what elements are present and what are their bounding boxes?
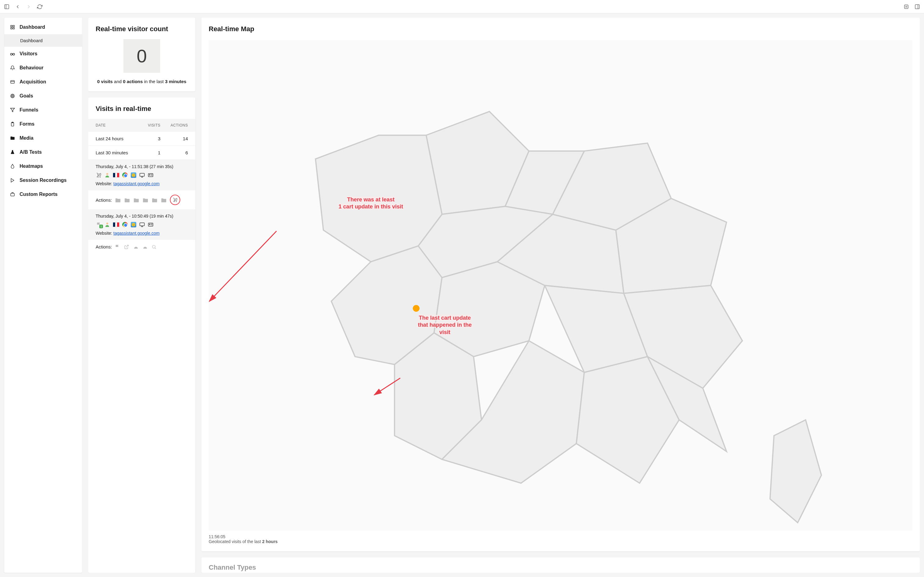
sidebar-toggle-icon[interactable] xyxy=(4,4,10,10)
action-download-icon[interactable] xyxy=(142,245,148,249)
action-folder-icon[interactable] xyxy=(151,197,158,202)
svg-marker-19 xyxy=(10,108,14,112)
visitor-person-icon xyxy=(104,172,110,178)
svg-point-43 xyxy=(150,224,150,225)
website-link[interactable]: tagassistant.google.com xyxy=(113,231,159,235)
card-title: Channel Types xyxy=(209,564,913,572)
svg-marker-22 xyxy=(11,179,14,182)
svg-point-38 xyxy=(106,222,108,224)
action-folder-icon[interactable] xyxy=(142,197,148,202)
map-footer: 11:56:05 Geolocated visits of the last 2… xyxy=(209,534,913,544)
suitcase-icon xyxy=(10,192,15,197)
reload-icon[interactable] xyxy=(37,4,43,10)
sidebar-item-media[interactable]: Media xyxy=(4,131,82,145)
sidebar-item-label: Custom Reports xyxy=(19,192,58,197)
target-icon xyxy=(10,93,15,99)
funnel-icon xyxy=(10,107,15,113)
card-title: Visits in real-time xyxy=(88,105,195,113)
map-france xyxy=(209,40,913,530)
channel-types-card: Channel Types xyxy=(201,558,920,573)
share-icon[interactable] xyxy=(903,4,910,10)
sidebar-item-visitors[interactable]: Visitors xyxy=(4,47,82,61)
sidebar-item-funnels[interactable]: Funnels xyxy=(4,103,82,117)
desktop-icon xyxy=(139,172,145,178)
sidebar-item-label: Heatmaps xyxy=(19,163,43,169)
svg-rect-28 xyxy=(140,173,145,176)
visitor-count-card: Real-time visitor count 0 0 visits and 0… xyxy=(88,18,195,91)
clipboard-icon xyxy=(10,121,15,127)
sidebar-item-heatmaps[interactable]: Heatmaps xyxy=(4,159,82,173)
action-folder-icon[interactable] xyxy=(161,197,167,202)
action-flag-icon[interactable] xyxy=(115,245,121,249)
visit-entry[interactable]: Thursday, July 4, - 11:51:38 (27 min 35s… xyxy=(88,160,195,190)
tabs-icon[interactable] xyxy=(914,4,920,10)
svg-rect-2 xyxy=(905,5,908,8)
play-icon xyxy=(10,177,15,183)
sidebar-item-label: A/B Tests xyxy=(19,150,42,155)
svg-rect-5 xyxy=(915,5,919,9)
drop-icon xyxy=(10,163,15,169)
cart-update-circled-icon[interactable] xyxy=(170,195,180,205)
visit-actions-row: Actions: xyxy=(88,190,195,210)
visit-timestamp: Thursday, July 4, - 11:51:38 (27 min 35s… xyxy=(96,164,188,169)
realtime-map-card: Real-time Map xyxy=(201,18,920,551)
svg-line-47 xyxy=(155,248,156,248)
sidebar-item-label: Dashboard xyxy=(19,24,45,30)
visit-actions-row: Actions: xyxy=(88,240,195,254)
annotation-arrow-2 xyxy=(370,375,406,400)
forward-icon[interactable] xyxy=(26,4,32,10)
visits-realtime-card: Visits in real-time DATE VISITS ACTIONS … xyxy=(88,97,195,573)
sidebar-item-goals[interactable]: Goals xyxy=(4,89,82,103)
svg-line-49 xyxy=(209,231,277,301)
sidebar-item-label: Media xyxy=(19,135,33,141)
sidebar-item-dashboard[interactable]: Dashboard xyxy=(4,20,82,34)
sidebar-item-behaviour[interactable]: Behaviour xyxy=(4,61,82,75)
back-icon[interactable] xyxy=(14,4,21,10)
action-folder-icon[interactable] xyxy=(133,197,139,202)
sidebar: Dashboard Dashboard Visitors Behaviour A… xyxy=(4,18,82,573)
folder-icon xyxy=(10,135,15,141)
sidebar-item-custom-reports[interactable]: Custom Reports xyxy=(4,187,82,201)
action-external-icon[interactable] xyxy=(124,245,130,249)
svg-point-25 xyxy=(100,177,100,177)
card-title: Real-time visitor count xyxy=(96,25,188,33)
svg-rect-10 xyxy=(13,27,14,29)
visitor-count-value: 0 xyxy=(124,39,160,73)
action-download-icon[interactable] xyxy=(133,245,139,249)
action-folder-icon[interactable] xyxy=(124,197,130,202)
svg-rect-7 xyxy=(11,25,12,27)
sidebar-item-label: Acquisition xyxy=(19,79,46,85)
map-container[interactable] xyxy=(209,40,913,530)
action-search-icon[interactable] xyxy=(151,245,158,249)
visit-entry[interactable]: Thursday, July 4, - 10:50:49 (19 min 47s… xyxy=(88,210,195,240)
sidebar-item-recordings[interactable]: Session Recordings xyxy=(4,173,82,187)
bell-icon xyxy=(10,65,15,71)
visit-icon-row: 🙂 xyxy=(96,172,188,178)
macos-icon: 🙂 xyxy=(130,172,137,178)
sidebar-subitem-dashboard[interactable]: Dashboard xyxy=(4,34,82,47)
annotation-cart-visit: There was at least 1 cart update in this… xyxy=(333,196,409,211)
profile-card-icon xyxy=(148,222,154,228)
card-title: Real-time Map xyxy=(209,25,913,33)
visitor-person-icon xyxy=(104,222,110,228)
macos-icon: 🙂 xyxy=(130,222,137,228)
svg-rect-8 xyxy=(13,25,14,27)
cart-strike-icon xyxy=(96,172,102,178)
flag-badge-icon xyxy=(96,222,102,228)
sidebar-item-abtests[interactable]: A/B Tests xyxy=(4,145,82,159)
map-visit-dot[interactable] xyxy=(413,305,420,312)
sidebar-item-forms[interactable]: Forms xyxy=(4,117,82,131)
visit-website: Website: tagassistant.google.com xyxy=(96,181,188,186)
svg-rect-23 xyxy=(11,193,14,196)
action-folder-icon[interactable] xyxy=(115,197,121,202)
browser-toolbar xyxy=(0,0,924,13)
svg-line-51 xyxy=(374,378,400,395)
visits-row[interactable]: Last 30 minutes 1 6 xyxy=(88,146,195,160)
svg-point-27 xyxy=(106,173,108,175)
sidebar-item-label: Behaviour xyxy=(19,65,43,71)
svg-point-24 xyxy=(98,177,98,177)
visitor-summary: 0 visits and 0 actions in the last 3 min… xyxy=(96,79,188,84)
visits-row[interactable]: Last 24 hours 3 14 xyxy=(88,132,195,146)
website-link[interactable]: tagassistant.google.com xyxy=(113,181,159,186)
sidebar-item-acquisition[interactable]: Acquisition xyxy=(4,75,82,89)
